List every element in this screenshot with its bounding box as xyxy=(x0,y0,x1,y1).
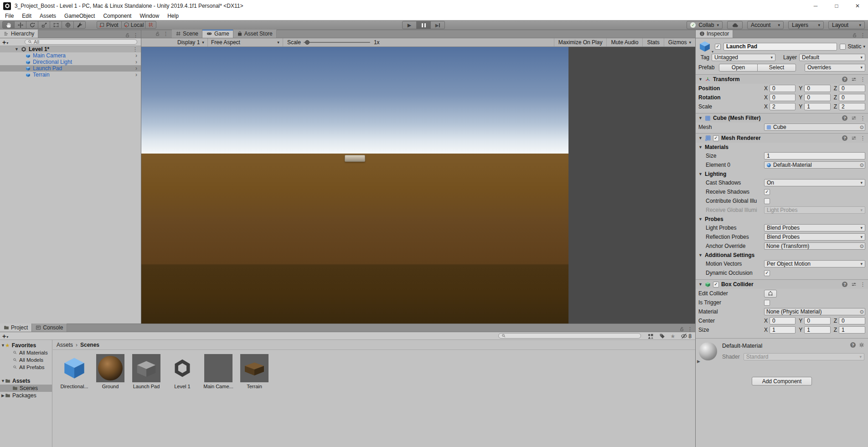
add-component-button[interactable]: Add Component xyxy=(752,377,812,385)
center-x-field[interactable]: 0 xyxy=(770,317,796,324)
component-menu-icon[interactable]: ⋮ xyxy=(860,282,865,287)
position-x-field[interactable]: 0 xyxy=(770,85,796,92)
cloud-services-button[interactable] xyxy=(727,21,743,29)
object-picker-icon[interactable]: ⊙ xyxy=(860,125,864,130)
tab-console[interactable]: Console xyxy=(32,324,67,332)
presets-icon[interactable] xyxy=(851,282,857,287)
panel-menu-icon[interactable]: ⋮ xyxy=(860,33,865,38)
hierarchy-create-button[interactable]: + ▾ xyxy=(2,39,8,46)
layers-dropdown[interactable]: Layers ▾ xyxy=(788,21,824,29)
icon-picker-chevron[interactable]: ▾ xyxy=(712,50,713,54)
scene-header-row[interactable]: ▼ Level 1* ⋮ xyxy=(0,46,141,52)
panel-menu-icon[interactable]: ⋮ xyxy=(133,33,138,38)
project-search-input[interactable] xyxy=(498,333,641,339)
help-icon[interactable]: ? xyxy=(842,135,847,141)
rotation-y-field[interactable]: 0 xyxy=(804,94,830,101)
tree-packages-folder[interactable]: ▶ Packages xyxy=(0,392,52,399)
maximize-button[interactable]: □ xyxy=(826,0,847,12)
mesh-object-field[interactable]: Cube ⊙ xyxy=(764,123,865,131)
additional-settings-foldout[interactable]: ▼ Additional Settings xyxy=(696,251,868,259)
reflection-probes-dropdown[interactable]: Blend Probes ▾ xyxy=(764,233,865,241)
prefab-chevron-icon[interactable]: › xyxy=(135,53,137,58)
breadcrumb-assets[interactable]: Assets xyxy=(57,342,73,348)
materials-foldout[interactable]: ▼ Materials xyxy=(696,143,868,151)
is-trigger-checkbox[interactable] xyxy=(764,300,770,306)
help-icon[interactable]: ? xyxy=(842,77,847,82)
tab-game[interactable]: Game xyxy=(202,30,233,38)
center-y-field[interactable]: 0 xyxy=(804,317,830,324)
asset-item-directional[interactable]: Directional... xyxy=(57,354,91,389)
menu-help[interactable]: Help xyxy=(163,13,183,19)
motion-vectors-dropdown[interactable]: Per Object Motion ▾ xyxy=(764,260,865,267)
step-button[interactable]: ▶ xyxy=(430,21,445,29)
size-x-field[interactable]: 1 xyxy=(770,326,796,334)
prefab-select-button[interactable]: Select xyxy=(757,64,796,72)
element0-object-field[interactable]: Default-Material ⊙ xyxy=(764,161,865,169)
contribute-gi-checkbox[interactable] xyxy=(764,198,770,204)
help-icon[interactable]: ? xyxy=(842,115,847,121)
prefab-chevron-icon[interactable]: › xyxy=(135,66,137,71)
menu-window[interactable]: Window xyxy=(135,13,163,19)
presets-icon[interactable] xyxy=(851,135,857,141)
lock-icon[interactable] xyxy=(125,33,130,38)
anchor-override-field[interactable]: None (Transform) ⊙ xyxy=(764,242,865,250)
foldout-icon[interactable]: ▼ xyxy=(15,47,19,51)
help-icon[interactable]: ? xyxy=(842,282,847,287)
scene-menu-icon[interactable]: ⋮ xyxy=(133,47,138,52)
scale-x-field[interactable]: 2 xyxy=(770,103,796,110)
active-checkbox[interactable]: ✓ xyxy=(715,44,721,50)
lighting-foldout[interactable]: ▼ Lighting xyxy=(696,170,868,178)
tab-project[interactable]: Project xyxy=(0,324,32,332)
static-dropdown-icon[interactable]: ▾ xyxy=(863,45,865,49)
component-menu-icon[interactable]: ⋮ xyxy=(860,136,865,141)
materials-size-field[interactable]: 1 xyxy=(764,152,865,159)
move-tool-button[interactable] xyxy=(14,21,26,29)
project-create-button[interactable]: + ▾ xyxy=(2,333,8,340)
foldout-icon[interactable]: ▼ xyxy=(698,116,703,120)
foldout-icon[interactable]: ▼ xyxy=(698,282,703,287)
foldout-icon[interactable]: ▼ xyxy=(698,77,703,82)
maximize-on-play-toggle[interactable]: Maximize On Play xyxy=(554,38,607,46)
presets-icon[interactable] xyxy=(851,77,857,82)
slider-thumb[interactable] xyxy=(305,40,310,45)
component-menu-icon[interactable]: ⋮ xyxy=(860,77,865,82)
rotation-x-field[interactable]: 0 xyxy=(770,94,796,101)
foldout-icon[interactable]: ▼ xyxy=(1,379,5,383)
scale-z-field[interactable]: 2 xyxy=(839,103,865,110)
prefab-overrides-dropdown[interactable]: Overrides ▾ xyxy=(805,64,865,72)
mesh-filter-component-header[interactable]: ▼ Cube (Mesh Filter) ? ⋮ xyxy=(696,113,868,123)
object-picker-icon[interactable]: ⊙ xyxy=(860,309,864,314)
favorites-filter-icon[interactable]: ★ xyxy=(671,334,676,339)
menu-assets[interactable]: Assets xyxy=(36,13,60,19)
size-y-field[interactable]: 1 xyxy=(804,326,830,334)
tag-dropdown[interactable]: Untagged ▾ xyxy=(712,54,775,61)
type-filter-icon[interactable] xyxy=(647,333,654,339)
tab-scene[interactable]: Scene xyxy=(172,30,202,38)
scale-y-field[interactable]: 1 xyxy=(804,103,830,110)
local-toggle[interactable]: Local xyxy=(121,21,147,29)
lock-icon[interactable] xyxy=(155,31,160,36)
help-icon[interactable]: ? xyxy=(850,342,856,348)
center-z-field[interactable]: 0 xyxy=(839,317,865,324)
layer-dropdown[interactable]: Default ▾ xyxy=(799,54,865,61)
object-picker-icon[interactable]: ⊙ xyxy=(860,244,864,249)
tree-assets-folder[interactable]: ▼ Assets xyxy=(0,377,52,385)
hierarchy-search-input[interactable]: All xyxy=(25,39,137,45)
custom-tool-button[interactable] xyxy=(73,21,86,29)
panel-menu-icon[interactable]: ⋮ xyxy=(687,327,692,332)
tree-all-models[interactable]: All Models xyxy=(0,356,52,364)
object-picker-icon[interactable]: ⊙ xyxy=(860,163,864,168)
grid-snap-button[interactable] xyxy=(145,21,156,29)
asset-item-main-camera[interactable]: Main Came... xyxy=(202,354,235,389)
mute-audio-toggle[interactable]: Mute Audio xyxy=(606,38,642,46)
size-z-field[interactable]: 1 xyxy=(839,326,865,334)
panel-menu-icon[interactable]: ⋮ xyxy=(163,31,168,36)
component-enabled-checkbox[interactable]: ✓ xyxy=(713,282,719,288)
rotation-z-field[interactable]: 0 xyxy=(839,94,865,101)
tab-asset-store[interactable]: Asset Store xyxy=(233,30,277,38)
label-filter-icon[interactable] xyxy=(659,333,665,339)
dynamic-occlusion-checkbox[interactable]: ✓ xyxy=(764,270,770,276)
gizmos-dropdown[interactable]: Gizmos ▾ xyxy=(664,38,695,46)
transform-tool-button[interactable] xyxy=(62,21,74,29)
presets-icon[interactable] xyxy=(851,115,857,121)
